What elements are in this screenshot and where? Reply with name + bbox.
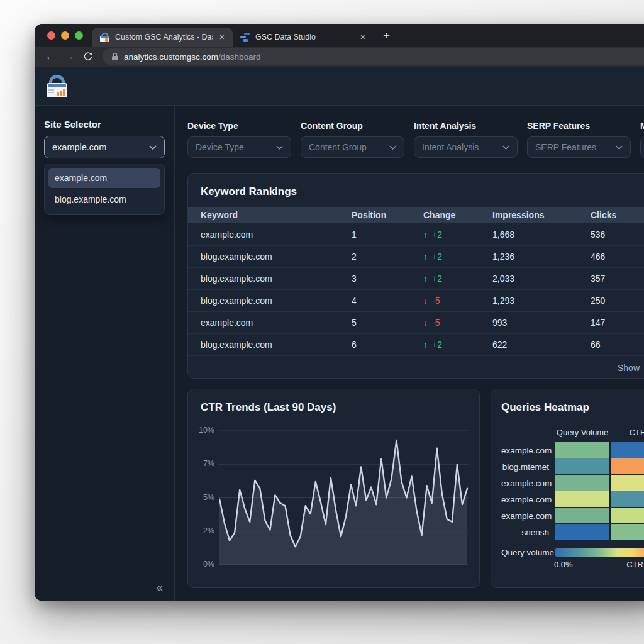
- chevrons-left-icon: «: [156, 580, 163, 594]
- queries-heatmap-card: Queries Heatmap Query Volume CTR example…: [491, 389, 644, 588]
- cell-impressions: 993: [492, 318, 591, 328]
- desktop-background: Custom GSC Analytics - Dash×GSC Data Stu…: [0, 0, 644, 644]
- forward-button[interactable]: →: [61, 48, 77, 65]
- change-up-icon: ↑: [423, 274, 428, 284]
- browser-window: Custom GSC Analytics - Dash×GSC Data Stu…: [35, 24, 644, 601]
- y-axis-tick: 0%: [188, 560, 214, 569]
- window-close-button[interactable]: [47, 31, 55, 40]
- cell-change: ↑+2: [423, 340, 492, 350]
- cell-keyword: example.com: [201, 318, 352, 328]
- show-more-link[interactable]: Show: [618, 363, 640, 373]
- cell-position: 4: [352, 296, 423, 306]
- reload-button[interactable]: [80, 48, 96, 65]
- tab-close-icon[interactable]: ×: [218, 31, 226, 43]
- url-bar[interactable]: analytics.customgsc.com/dashboard: [103, 48, 644, 65]
- change-value: +2: [432, 230, 442, 240]
- table-row: blog.example.com4↓-51,293250: [188, 289, 644, 311]
- chevron-down-icon: [389, 145, 396, 150]
- table-row: blog.example.com3↑+22,033357: [188, 267, 644, 289]
- heatmap-cell: [611, 508, 644, 523]
- filter-select-device-type[interactable]: Device Type: [187, 136, 291, 158]
- heatmap-row: example.com: [501, 508, 644, 524]
- site-option-example[interactable]: example.com: [48, 168, 160, 188]
- change-down-icon: ↓: [423, 318, 428, 328]
- cell-clicks: 357: [591, 274, 640, 284]
- cell-keyword: example.com: [201, 230, 352, 240]
- filter-select-serp-features[interactable]: SERP Features: [527, 136, 631, 158]
- table-row: blog.example.com2↑+21,236466: [188, 245, 644, 267]
- window-zoom-button[interactable]: [75, 31, 83, 40]
- heatmap-gradient-bar: [555, 548, 644, 557]
- site-selector-dropdown[interactable]: example.com: [44, 136, 165, 158]
- ctr-trends-card: CTR Trends (Last 90 Days) 10%7%5%2%0%: [187, 389, 480, 588]
- filter-group-2: Intent AnalysisIntent Analysis: [414, 121, 518, 158]
- y-axis-tick: 7%: [188, 459, 214, 468]
- tab-divider: [375, 32, 375, 42]
- cell-position: 1: [352, 230, 423, 240]
- heatmap-row: blog.mtemet: [501, 458, 644, 475]
- filter-select-m[interactable]: [640, 136, 644, 158]
- cell-clicks: 250: [591, 296, 640, 306]
- y-axis-tick: 5%: [188, 493, 214, 502]
- cell-keyword: blog.example.com: [201, 340, 352, 350]
- heatmap-cell: [555, 524, 609, 540]
- back-button[interactable]: ←: [42, 48, 58, 65]
- heatmap-grid: example.comblog.mtemetexample.comexample…: [501, 442, 644, 540]
- heatmap-row: example.com: [501, 475, 644, 491]
- reload-icon: [83, 52, 93, 62]
- tab-title: Custom GSC Analytics - Dash: [115, 33, 213, 42]
- cell-position: 2: [352, 252, 423, 262]
- change-value: +2: [432, 340, 442, 350]
- heatmap-cell: [611, 475, 644, 491]
- gsc-logo-icon: [45, 75, 70, 97]
- table-row: example.com5↓-5993147: [188, 311, 644, 333]
- cell-keyword: blog.example.com: [201, 252, 352, 262]
- chevron-down-icon: [149, 145, 157, 150]
- filter-group-1: Content GroupContent Group: [301, 121, 404, 158]
- filter-placeholder: Content Group: [309, 142, 367, 152]
- filter-group-4: M: [640, 121, 644, 158]
- heatmap-cell: [611, 524, 644, 540]
- new-tab-button[interactable]: +: [379, 30, 396, 47]
- y-axis-tick: 2%: [188, 526, 214, 535]
- cell-impressions: 1,668: [492, 230, 591, 240]
- heatmap-row-label: snensh: [501, 528, 554, 537]
- filter-select-content-group[interactable]: Content Group: [301, 136, 404, 158]
- tab-data-studio[interactable]: GSC Data Studio×: [233, 28, 374, 47]
- filter-select-intent-analysis[interactable]: Intent Analysis: [414, 136, 518, 158]
- tab-close-icon[interactable]: ×: [358, 31, 367, 43]
- window-controls: [35, 24, 92, 47]
- column-header: Position: [352, 210, 423, 220]
- cell-keyword: blog.example.com: [201, 274, 352, 284]
- browser-toolbar: ← → analytics.customgsc.com/dashboard: [35, 47, 644, 67]
- filter-label: Device Type: [187, 121, 291, 131]
- heatmap-title: Queries Heatmap: [491, 389, 644, 414]
- tab-custom-gsc[interactable]: Custom GSC Analytics - Dash×: [92, 28, 233, 47]
- back-icon: ←: [45, 51, 55, 62]
- tab-strip: Custom GSC Analytics - Dash×GSC Data Stu…: [35, 24, 644, 47]
- heatmap-row: example.com: [501, 491, 644, 508]
- sidebar-collapse-button[interactable]: «: [156, 580, 163, 594]
- change-value: -5: [432, 296, 440, 306]
- cell-change: ↑+2: [423, 230, 492, 240]
- window-minimize-button[interactable]: [61, 31, 69, 40]
- gsc-favicon-icon: [99, 33, 110, 42]
- heatmap-column-header-volume: Query Volume: [555, 428, 609, 437]
- data-studio-icon: [240, 33, 250, 42]
- change-value: +2: [432, 252, 442, 262]
- legend-min-label: 0.0%: [554, 560, 573, 569]
- column-header: Change: [423, 210, 492, 220]
- chart-area: [219, 440, 467, 565]
- heatmap-row-label: example.com: [501, 446, 554, 455]
- cell-impressions: 2,033: [492, 274, 591, 284]
- column-header: Keyword: [201, 210, 352, 220]
- site-option-blog[interactable]: blog.example.com: [48, 189, 160, 209]
- forward-icon: →: [64, 51, 74, 62]
- chevron-down-icon: [276, 145, 283, 150]
- cell-impressions: 622: [492, 340, 591, 350]
- cell-clicks: 66: [591, 340, 640, 350]
- url-path: /dashboard: [218, 52, 261, 62]
- change-up-icon: ↑: [423, 230, 428, 240]
- heatmap-cell: [555, 475, 609, 491]
- filter-label: Intent Analysis: [414, 121, 518, 131]
